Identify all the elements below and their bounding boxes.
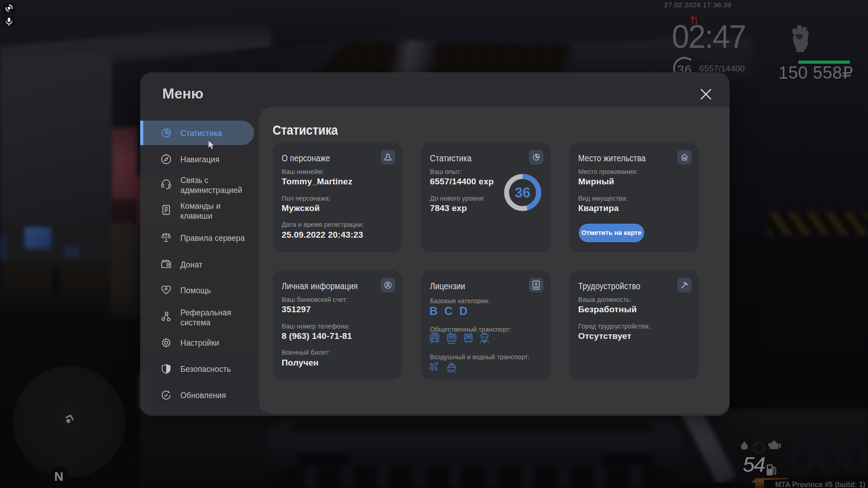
svg-text:36: 36 bbox=[515, 185, 530, 201]
